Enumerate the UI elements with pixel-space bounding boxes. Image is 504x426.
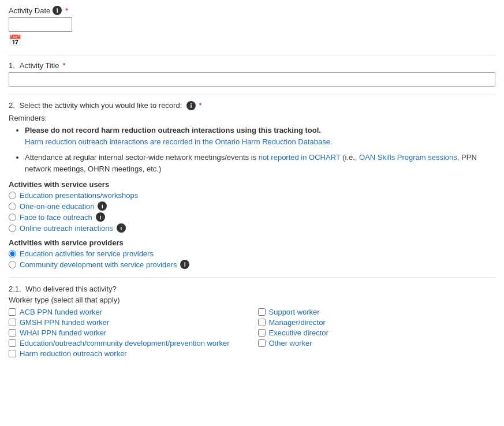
activity-title-input[interactable] [9,72,495,87]
checkbox-executive-input[interactable] [258,329,266,337]
checkbox-education-outreach-label[interactable]: Education/outreach/community development… [20,339,229,347]
group-service-providers-label: Activities with service providers [9,238,495,247]
checkbox-acb-ppn-input[interactable] [9,308,16,316]
radio-option-3: Face to face outreach i [9,212,495,222]
activity-date-required: * [65,6,68,15]
checkbox-other-worker: Other worker [258,339,496,347]
radio-education-activities[interactable] [9,250,16,257]
activity-title-label: 1. Activity Title * [9,61,495,70]
worker-type-label: Worker type (select all that apply) [9,296,495,304]
reminder-1-link[interactable]: Harm reduction outreach interactions are… [25,137,333,146]
reminders-box: Reminders: Please do not record harm red… [9,114,495,174]
radio-option-1: Education presentations/workshops [9,191,495,200]
reminder-2-text1: Attendance at regular internal sector-wi… [25,153,259,162]
checkbox-acb-ppn-label[interactable]: ACB PPN funded worker [20,308,102,316]
checkbox-executive: Executive director [258,328,496,337]
worker-left-column: ACB PPN funded worker GMSH PPN funded wo… [9,308,247,360]
worker-right-column: Support worker Manager/director Executiv… [258,308,496,360]
radio-community-development-label[interactable]: Community development with service provi… [20,260,177,269]
checkbox-whai-ppn-input[interactable] [9,329,16,337]
select-activity-number: 2. [9,101,15,110]
who-delivered-label: 2.1. Who delivered this activity? [9,285,495,293]
activity-title-text: Activity Title [20,61,59,70]
select-activity-label: 2. Select the activity which you would l… [9,101,495,110]
reminders-list: Please do not record harm reduction outr… [9,125,495,174]
radio-option-4: Online outreach interactions i [9,223,495,233]
checkbox-education-outreach: Education/outreach/community development… [9,339,247,347]
checkbox-other-worker-input[interactable] [258,339,266,347]
reminder-2-link[interactable]: OAN Skills Program sessions [359,153,457,162]
activity-date-label: Activity Date i * [9,6,495,15]
divider-1 [9,55,495,55]
checkbox-harm-reduction-label[interactable]: Harm reduction outreach worker [20,349,127,358]
radio-education-presentations-label[interactable]: Education presentations/workshops [20,191,138,200]
activity-title-section: 1. Activity Title * [9,61,495,87]
radio-online-outreach[interactable] [9,225,16,232]
checkbox-executive-label[interactable]: Executive director [269,328,328,337]
select-activity-section: 2. Select the activity which you would l… [9,101,495,269]
radio-option-5: Education activities for service provide… [9,249,495,258]
activity-title-number: 1. [9,61,15,70]
radio-education-presentations[interactable] [9,192,16,199]
checkbox-support-worker: Support worker [258,308,496,316]
divider-3 [9,277,495,278]
activity-date-text: Activity Date [9,6,50,15]
worker-columns: ACB PPN funded worker GMSH PPN funded wo… [9,308,495,360]
online-outreach-info-icon[interactable]: i [117,223,126,233]
checkbox-whai-ppn-label[interactable]: WHAI PPN funded worker [20,328,106,337]
checkbox-gmsh-ppn: GMSH PPN funded worker [9,318,247,327]
reminder-2-not-reported[interactable]: not reported in OCHART [259,153,341,162]
who-delivered-number: 2.1. [9,285,21,293]
radio-one-on-one-label[interactable]: One-on-one education [20,202,94,211]
checkbox-gmsh-ppn-input[interactable] [9,319,16,326]
reminder-item-1: Please do not record harm reduction outr… [25,125,495,147]
radio-option-6: Community development with service provi… [9,260,495,269]
community-dev-info-icon[interactable]: i [180,260,189,269]
radio-education-activities-label[interactable]: Education activities for service provide… [20,249,154,258]
who-delivered-section: 2.1. Who delivered this activity? Worker… [9,285,495,360]
checkbox-education-outreach-input[interactable] [9,339,16,347]
divider-2 [9,95,495,95]
radio-community-development[interactable] [9,261,16,268]
one-on-one-info-icon[interactable]: i [98,201,107,211]
checkbox-support-worker-label[interactable]: Support worker [269,308,320,316]
checkbox-support-worker-input[interactable] [258,308,266,316]
reminder-1-bold: Please do not record harm reduction outr… [25,126,321,134]
checkbox-acb-ppn: ACB PPN funded worker [9,308,247,316]
checkbox-manager-label[interactable]: Manager/director [269,318,326,327]
radio-face-to-face-label[interactable]: Face to face outreach [20,213,92,222]
reminder-item-2: Attendance at regular internal sector-wi… [25,152,495,174]
checkbox-manager: Manager/director [258,318,496,327]
reminder-2-text2: (i.e., [341,153,360,162]
face-to-face-info-icon[interactable]: i [96,212,105,222]
activity-date-section: Activity Date i * 📅 [9,6,495,47]
calendar-icon[interactable]: 📅 [9,34,21,47]
checkbox-harm-reduction-input[interactable] [9,350,16,357]
radio-option-2: One-on-one education i [9,201,495,211]
checkbox-other-worker-label[interactable]: Other worker [269,339,312,347]
activity-title-required: * [62,61,65,70]
radio-face-to-face[interactable] [9,214,16,221]
checkbox-gmsh-ppn-label[interactable]: GMSH PPN funded worker [20,318,109,327]
activity-date-input[interactable] [9,17,72,32]
group-service-users-label: Activities with service users [9,180,495,189]
radio-one-on-one[interactable] [9,203,16,210]
checkbox-harm-reduction: Harm reduction outreach worker [9,349,247,358]
who-delivered-text: Who delivered this activity? [25,285,117,293]
activity-date-info-icon[interactable]: i [53,6,62,15]
reminders-title: Reminders: [9,114,495,122]
checkbox-manager-input[interactable] [258,319,266,326]
checkbox-whai-ppn: WHAI PPN funded worker [9,328,247,337]
radio-online-outreach-label[interactable]: Online outreach interactions [20,224,113,233]
select-activity-info-icon[interactable]: i [186,101,196,110]
select-activity-required: * [199,101,202,110]
select-activity-text: Select the activity which you would like… [19,101,182,110]
